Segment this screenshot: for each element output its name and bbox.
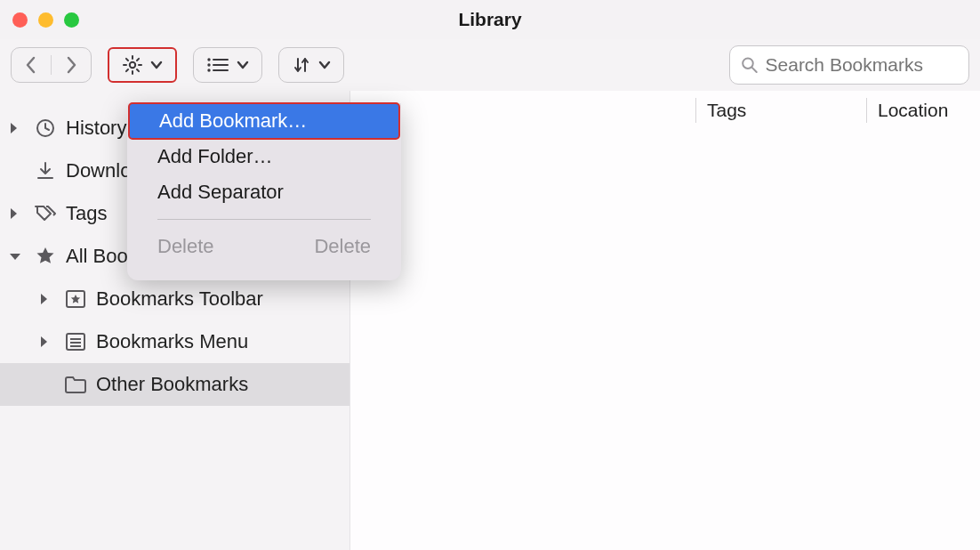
chevron-down-icon [318,61,331,69]
sidebar-item-label: Tags [66,202,107,225]
disclosure-triangle-icon[interactable] [39,293,55,305]
traffic-lights [12,12,79,28]
disclosure-triangle-icon[interactable] [9,122,25,134]
chevron-right-icon [65,56,77,74]
svg-point-1 [207,58,210,61]
folder-icon [64,373,87,396]
clock-icon [34,117,57,140]
main-pane: e Tags Location [350,91,980,550]
column-location[interactable]: Location [866,98,980,123]
zoom-window-button[interactable] [64,12,79,28]
sidebar-item-other-bookmarks[interactable]: Other Bookmarks [0,363,349,406]
column-headers: e Tags Location [350,91,980,130]
toolbar-star-icon [64,287,87,311]
gear-icon [122,54,143,76]
forward-button[interactable] [52,48,91,82]
star-icon [34,245,57,268]
close-window-button[interactable] [12,12,28,28]
back-button[interactable] [12,48,51,82]
svg-point-3 [207,69,210,71]
tags-icon [34,202,57,225]
column-tags[interactable]: Tags [695,98,866,123]
sort-button[interactable] [278,47,344,83]
list-icon [206,57,229,73]
menu-separator [157,219,371,220]
toolbar [0,39,980,91]
sidebar-item-bookmarks-menu[interactable]: Bookmarks Menu [0,320,349,363]
nav-group [11,47,92,83]
chevron-down-icon [150,61,163,69]
sidebar-item-label: Other Bookmarks [96,373,248,396]
disclosure-triangle-icon[interactable] [39,336,55,348]
views-button[interactable] [193,47,262,83]
menu-delete-label: Delete [157,235,214,258]
titlebar: Library [0,0,980,39]
menu-delete-shortcut: Delete [314,235,371,258]
svg-point-0 [130,62,135,68]
chevron-left-icon [25,56,37,74]
sidebar-item-bookmarks-toolbar[interactable]: Bookmarks Toolbar [0,278,349,320]
minimize-window-button[interactable] [38,12,53,28]
chevron-down-icon [237,61,249,69]
svg-point-2 [207,63,210,66]
download-icon [34,159,57,182]
search-input[interactable] [766,54,958,76]
search-icon [741,55,759,75]
menu-add-bookmark[interactable]: Add Bookmark… [129,103,399,139]
sidebar-item-label: Bookmarks Menu [96,330,248,353]
sidebar-item-label: History [66,117,126,140]
organize-menu: Add Bookmark… Add Folder… Add Separator … [127,103,401,280]
menu-add-folder[interactable]: Add Folder… [127,139,401,174]
svg-line-8 [751,68,756,72]
sidebar-item-label: Bookmarks Toolbar [96,287,263,311]
window-title: Library [458,9,521,30]
disclosure-triangle-icon[interactable] [9,207,25,220]
organize-button[interactable] [108,47,177,83]
sort-icon [292,55,311,75]
search-field[interactable] [729,45,969,85]
disclosure-triangle-icon[interactable] [9,252,25,262]
menu-list-icon [64,330,87,353]
menu-add-separator[interactable]: Add Separator [127,174,401,210]
menu-delete: Delete Delete [127,229,401,264]
